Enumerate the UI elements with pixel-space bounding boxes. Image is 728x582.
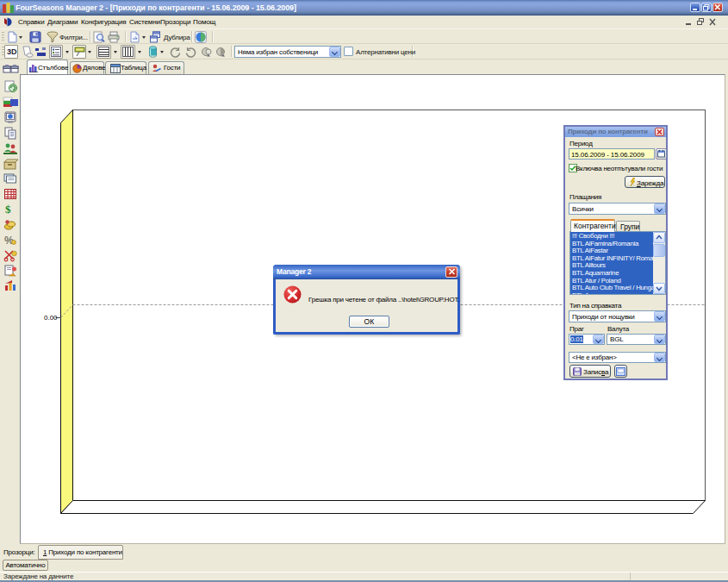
svg-text:$: $ <box>5 203 11 216</box>
svg-text:0.00: 0.00 <box>44 314 58 322</box>
